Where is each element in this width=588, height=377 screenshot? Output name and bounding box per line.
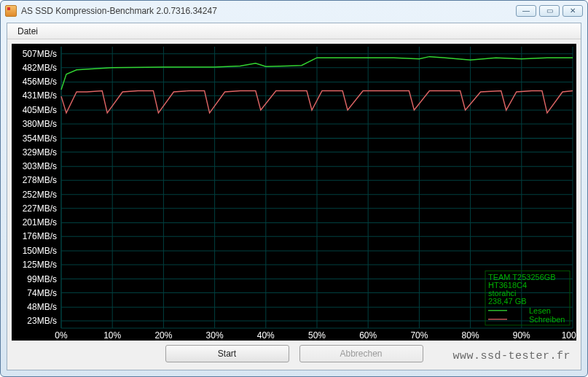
client-area: Datei 23MB/s48MB/s74MB/s99MB/s125MB/s150… [7, 23, 581, 370]
svg-text:431MB/s: 431MB/s [23, 90, 57, 101]
chart-svg: 23MB/s48MB/s74MB/s99MB/s125MB/s150MB/s17… [12, 44, 576, 341]
minimize-button[interactable]: — [516, 5, 536, 17]
svg-text:201MB/s: 201MB/s [23, 217, 57, 228]
start-button[interactable]: Start [165, 345, 289, 362]
svg-text:99MB/s: 99MB/s [27, 274, 57, 284]
menubar: Datei [7, 23, 581, 39]
svg-text:380MB/s: 380MB/s [23, 119, 57, 129]
svg-text:Lesen: Lesen [529, 306, 551, 315]
close-button[interactable]: ✕ [562, 5, 583, 17]
svg-text:40%: 40% [257, 330, 275, 341]
svg-text:354MB/s: 354MB/s [23, 133, 57, 144]
svg-text:70%: 70% [410, 330, 428, 341]
svg-text:278MB/s: 278MB/s [23, 175, 57, 185]
titlebar[interactable]: AS SSD Kompression-Benchmark 2.0.7316.34… [1, 1, 587, 21]
svg-text:227MB/s: 227MB/s [23, 203, 57, 214]
svg-text:0%: 0% [55, 330, 68, 341]
svg-text:80%: 80% [462, 330, 479, 341]
svg-text:48MB/s: 48MB/s [27, 302, 57, 312]
svg-text:50%: 50% [308, 330, 326, 341]
svg-text:23MB/s: 23MB/s [27, 316, 57, 326]
svg-text:125MB/s: 125MB/s [23, 260, 57, 270]
compression-chart: 23MB/s48MB/s74MB/s99MB/s125MB/s150MB/s17… [12, 44, 576, 341]
svg-text:10%: 10% [103, 330, 121, 341]
maximize-button[interactable]: ▭ [539, 5, 560, 17]
svg-text:30%: 30% [206, 330, 224, 341]
svg-text:303MB/s: 303MB/s [23, 161, 57, 171]
watermark-text: www.ssd-tester.fr [452, 350, 571, 362]
svg-text:252MB/s: 252MB/s [23, 190, 57, 200]
svg-text:176MB/s: 176MB/s [23, 231, 57, 241]
svg-text:238,47 GB: 238,47 GB [488, 297, 527, 306]
svg-text:90%: 90% [513, 330, 530, 341]
svg-text:60%: 60% [359, 330, 377, 341]
svg-text:20%: 20% [154, 330, 172, 341]
app-icon [5, 5, 17, 17]
window-title: AS SSD Kompression-Benchmark 2.0.7316.34… [21, 6, 516, 16]
app-window: AS SSD Kompression-Benchmark 2.0.7316.34… [0, 0, 588, 377]
svg-text:74MB/s: 74MB/s [27, 287, 57, 298]
svg-text:482MB/s: 482MB/s [23, 63, 57, 73]
window-controls: — ▭ ✕ [516, 5, 583, 17]
menu-file[interactable]: Datei [12, 25, 44, 38]
svg-text:456MB/s: 456MB/s [23, 77, 57, 87]
svg-text:507MB/s: 507MB/s [23, 49, 57, 59]
svg-text:405MB/s: 405MB/s [23, 105, 57, 115]
svg-text:150MB/s: 150MB/s [23, 246, 57, 256]
cancel-button[interactable]: Abbrechen [299, 345, 423, 362]
svg-text:100%: 100% [562, 330, 576, 341]
svg-text:Schreiben: Schreiben [529, 315, 565, 324]
svg-text:329MB/s: 329MB/s [23, 147, 57, 158]
